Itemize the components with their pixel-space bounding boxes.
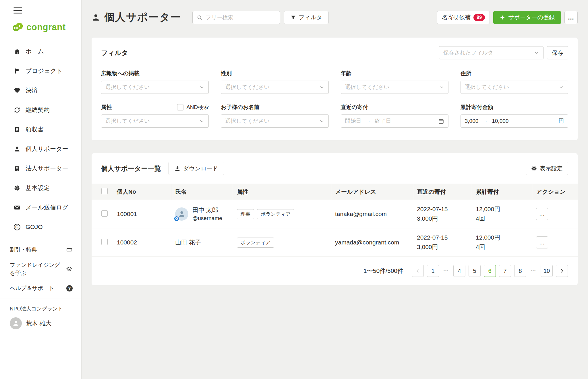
graduation-cap-icon — [66, 266, 73, 272]
filter-field-age: 年齢 選択してください — [341, 70, 448, 94]
sidebar-item-home[interactable]: ホーム — [0, 42, 81, 61]
pagination-page-button[interactable]: 8 — [514, 265, 526, 277]
pagination-page-button[interactable]: 5 — [469, 265, 481, 277]
ellipsis-icon: … — [539, 211, 545, 217]
chevron-down-icon — [199, 118, 204, 124]
chevron-left-icon — [415, 268, 420, 273]
filter-panel: フィルタ 保存されたフィルタ 保存 広報物への掲載 選択してください — [92, 38, 578, 140]
sidebar-item-projects[interactable]: プロジェクト — [0, 61, 81, 81]
recent-donation-amount: 3,000円 — [417, 242, 472, 252]
sidebar-item-mail-log[interactable]: メール送信ログ — [0, 198, 81, 217]
download-button[interactable]: ダウンロード — [169, 162, 224, 175]
free-search-box — [192, 11, 280, 24]
arrow-right-icon: → — [365, 118, 371, 124]
total-donation-amount: 12,000円 — [476, 205, 532, 214]
row-checkbox[interactable] — [101, 210, 108, 217]
recent-donation-date-range[interactable]: 開始日 → 終了日 — [341, 114, 448, 128]
display-settings-button[interactable]: 表示設定 — [526, 162, 568, 175]
supporter-username: @username — [192, 214, 222, 222]
row-actions-button[interactable]: … — [536, 208, 548, 220]
sidebar-item-corporate-supporters[interactable]: 法人サポーター — [0, 159, 81, 178]
sidebar-item-learn-fundraising[interactable]: ファンドレイジングを学ぶ — [0, 258, 81, 280]
org-name: NPO法人コングラント — [10, 305, 81, 312]
age-select[interactable]: 選択してください — [341, 81, 448, 94]
row-actions-button[interactable]: … — [536, 236, 548, 248]
gear-icon — [531, 166, 537, 171]
pagination-page-button[interactable]: 1 — [427, 265, 439, 277]
menu-toggle-button[interactable] — [13, 7, 22, 13]
congrant-logo-icon — [11, 22, 24, 33]
pagination-page-button-active[interactable]: 6 — [484, 265, 496, 277]
home-icon — [13, 48, 20, 55]
arrow-right-icon: → — [482, 118, 488, 124]
receipt-icon — [13, 126, 20, 133]
chevron-down-icon — [534, 50, 539, 55]
save-filter-button[interactable]: 保存 — [547, 46, 568, 59]
sidebar-item-recurring[interactable]: 継続契約 — [0, 100, 81, 120]
search-input[interactable] — [205, 14, 276, 21]
pagination-page-button[interactable]: 10 — [541, 265, 553, 277]
sidebar-item-receipts[interactable]: 領収書 — [0, 120, 81, 139]
sidebar-menu: ホーム プロジェクト 決済 継続契約 領収書 個人サポーター — [0, 42, 81, 237]
total-donation-count: 4回 — [476, 214, 532, 223]
supporter-name: 山田 花子 — [175, 239, 201, 246]
more-actions-button[interactable]: … — [564, 11, 578, 24]
column-header-attribute: 属性 — [233, 184, 331, 200]
dedupe-candidates-button[interactable]: 名寄せ候補 99 — [437, 11, 490, 24]
chevron-down-icon — [559, 85, 564, 90]
person-icon — [178, 210, 185, 218]
child-name-select[interactable]: 選択してください — [221, 114, 328, 128]
user-avatar — [10, 317, 22, 329]
filter-panel-title: フィルタ — [101, 48, 128, 57]
supporter-no: 100002 — [117, 228, 171, 257]
ellipsis-icon: … — [568, 14, 575, 21]
address-select[interactable]: 選択してください — [461, 81, 568, 94]
congrant-logo: congrant — [11, 22, 81, 33]
row-checkbox[interactable] — [101, 239, 108, 245]
and-search-option: AND検索 — [177, 104, 209, 111]
sidebar-item-help-support[interactable]: ヘルプ＆サポート ? — [0, 280, 81, 297]
and-search-checkbox[interactable] — [177, 104, 183, 110]
register-supporter-button[interactable]: サポーターの登録 — [493, 11, 561, 24]
table-row[interactable]: 100002 山田 花子 ボランティア yamada@congrant.com … — [92, 228, 578, 257]
pagination-page-button[interactable]: 4 — [453, 265, 465, 277]
filter-button[interactable]: フィルタ — [284, 11, 329, 24]
supporter-no: 100001 — [117, 200, 171, 228]
attribute-tag: 理事 — [237, 209, 254, 219]
gojo-badge-icon: G — [174, 216, 179, 221]
total-donation-count: 4回 — [476, 242, 532, 252]
table-row[interactable]: 100001 G 田中 太郎 @username — [92, 200, 578, 228]
user-account[interactable]: 荒木 雄大 — [10, 317, 81, 329]
filter-field-child-name: お子様のお名前 選択してください — [221, 104, 328, 128]
page-header: 個人サポーター フィルタ 名寄せ候補 99 サポーターの登録 … — [92, 10, 578, 24]
amount-max-value: 10,000 — [492, 118, 508, 124]
pagination-page-button[interactable]: 7 — [499, 265, 511, 277]
sidebar-item-basic-settings[interactable]: 基本設定 — [0, 178, 81, 198]
sidebar-item-discounts[interactable]: 割引・特典 — [0, 241, 81, 258]
publication-select[interactable]: 選択してください — [101, 81, 209, 94]
total-amount-range[interactable]: 3,000 → 10,000 円 — [461, 114, 568, 128]
repeat-icon — [13, 106, 20, 113]
pagination-info: 1〜50件/500件 — [363, 267, 403, 275]
sidebar-item-individual-supporters[interactable]: 個人サポーター — [0, 139, 81, 159]
amount-min-value: 3,000 — [465, 118, 479, 124]
select-all-checkbox[interactable] — [101, 188, 108, 194]
filter-field-attribute: 属性 AND検索 選択してください — [101, 104, 209, 128]
supporter-list-panel: 個人サポーター一覧 ダウンロード 表示設定 — [92, 153, 578, 285]
column-header-no: 個人No — [117, 184, 171, 200]
list-title: 個人サポーター一覧 — [101, 164, 161, 173]
app-window: congrant ホーム プロジェクト 決済 継続契約 領収書 — [0, 0, 588, 379]
gender-select[interactable]: 選択してください — [221, 81, 328, 94]
saved-filter-select[interactable]: 保存されたフィルタ — [439, 46, 543, 59]
funnel-icon — [290, 15, 296, 20]
page-title: 個人サポーター — [92, 10, 181, 24]
chevron-right-icon — [559, 268, 564, 273]
account-section: NPO法人コングラント 荒木 雄大 — [0, 298, 81, 329]
sidebar-item-gojo[interactable]: G GOJO — [0, 217, 81, 237]
sidebar: congrant ホーム プロジェクト 決済 継続契約 領収書 — [0, 0, 82, 379]
pagination-next-button[interactable] — [556, 265, 568, 277]
attribute-select[interactable]: 選択してください — [101, 114, 209, 128]
column-header-action: アクション — [532, 184, 578, 200]
pagination-prev-button[interactable] — [412, 265, 424, 277]
sidebar-item-payments[interactable]: 決済 — [0, 81, 81, 100]
